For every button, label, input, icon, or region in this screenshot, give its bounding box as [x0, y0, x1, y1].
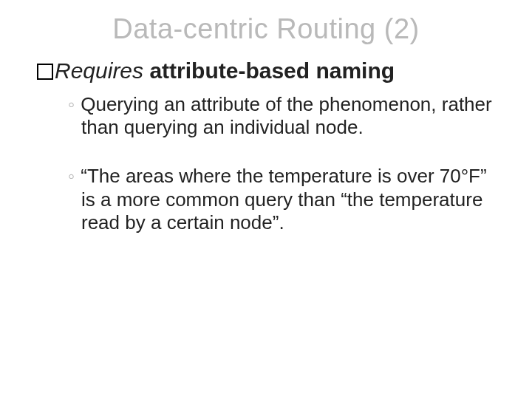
- lead-attribute-based: attribute-based naming: [149, 58, 395, 83]
- sub-text-1: Querying an attribute of the phenomenon,…: [81, 93, 491, 139]
- slide-title: Data-centric Routing (2): [30, 13, 502, 45]
- ring-bullet-icon: ◦: [68, 165, 75, 187]
- slide: Data-centric Routing (2) Requires attrib…: [0, 0, 532, 399]
- lead-requires: Requires: [55, 58, 143, 83]
- sub-bullet-1: ◦Querying an attribute of the phenomenon…: [68, 93, 502, 140]
- lead-line: Requires attribute-based naming: [30, 58, 502, 84]
- checkbox-icon: [37, 64, 53, 80]
- sub-bullet-2: ◦“The areas where the temperature is ove…: [68, 165, 502, 235]
- ring-bullet-icon: ◦: [68, 93, 75, 115]
- sub-text-2: “The areas where the temperature is over…: [81, 165, 486, 233]
